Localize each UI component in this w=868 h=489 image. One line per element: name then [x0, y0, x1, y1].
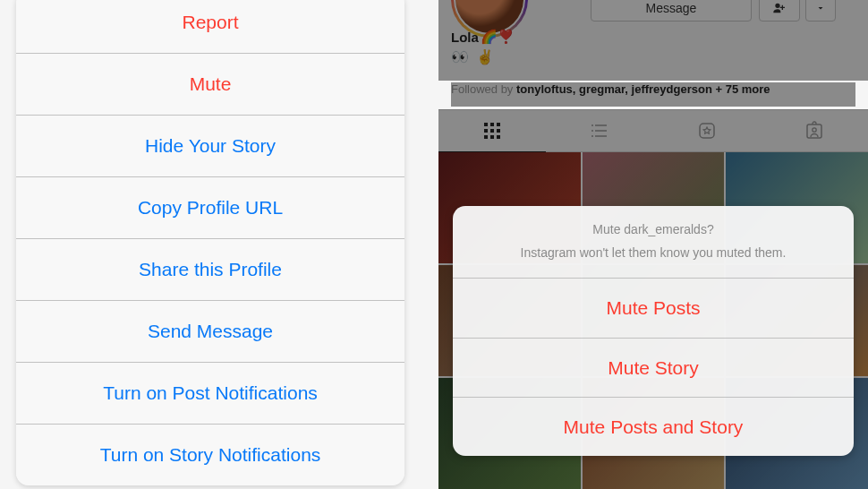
right-screenshot: Message Lola 🌈❣️ 👀 ✌️ Followed by tonylo… — [438, 0, 868, 489]
option-label: Mute Posts — [606, 297, 700, 319]
turn-on-post-notifications-option[interactable]: Turn on Post Notifications — [16, 362, 404, 424]
profile-options-action-sheet: Report Mute Hide Your Story Copy Profile… — [16, 0, 404, 485]
turn-on-story-notifications-option[interactable]: Turn on Story Notifications — [16, 424, 404, 485]
share-this-profile-option[interactable]: Share this Profile — [16, 238, 404, 300]
followed-by-line[interactable]: Followed by tonyloftus, gregmar, jeffrey… — [451, 82, 855, 107]
followed-prefix: Followed by — [451, 82, 516, 96]
profile-bio: Lola 🌈❣️ 👀 ✌️ — [451, 29, 855, 65]
grid-icon — [481, 120, 503, 142]
mute-story-option[interactable]: Mute Story — [453, 338, 854, 397]
mute-sheet-subtitle: Instagram won't let them know you muted … — [471, 245, 836, 260]
copy-profile-url-option[interactable]: Copy Profile URL — [16, 176, 404, 238]
option-label: Turn on Post Notifications — [103, 382, 318, 404]
tab-grid[interactable] — [438, 110, 546, 152]
report-option[interactable]: Report — [16, 0, 404, 53]
mute-posts-option[interactable]: Mute Posts — [453, 279, 854, 338]
list-icon — [589, 120, 610, 142]
option-label: Hide Your Story — [145, 135, 276, 157]
message-button[interactable]: Message — [591, 0, 752, 21]
option-label: Copy Profile URL — [138, 197, 283, 219]
message-button-label: Message — [646, 1, 697, 15]
svg-point-0 — [591, 124, 593, 126]
hide-your-story-option[interactable]: Hide Your Story — [16, 115, 404, 176]
svg-rect-3 — [700, 124, 714, 138]
tagged-icon — [804, 120, 825, 142]
name-emoji: 🌈❣️ — [481, 29, 515, 45]
option-label: Turn on Story Notifications — [100, 444, 321, 466]
add-user-icon — [772, 1, 787, 15]
option-label: Mute Posts and Story — [564, 416, 744, 438]
profile-header: Message Lola 🌈❣️ 👀 ✌️ — [438, 0, 868, 81]
mute-option[interactable]: Mute — [16, 53, 404, 115]
option-label: Mute — [190, 73, 232, 95]
bio-emoji-line: 👀 ✌️ — [451, 48, 855, 65]
svg-point-5 — [813, 128, 816, 132]
mute-posts-and-story-option[interactable]: Mute Posts and Story — [453, 397, 854, 456]
mute-sheet-title: Mute dark_emeralds? — [471, 222, 836, 236]
followed-names: tonyloftus, gregmar, jeffreydgerson — [516, 82, 712, 96]
tab-saved[interactable] — [653, 110, 761, 151]
display-name: Lola — [451, 30, 479, 45]
option-label: Share this Profile — [139, 259, 282, 280]
svg-rect-4 — [807, 124, 821, 138]
option-label: Report — [182, 12, 238, 33]
svg-point-1 — [591, 130, 593, 132]
tab-list[interactable] — [546, 110, 653, 151]
chevron-down-icon — [815, 3, 826, 13]
svg-point-2 — [591, 135, 593, 137]
suggest-user-button[interactable] — [759, 0, 800, 21]
star-badge-icon — [696, 120, 718, 142]
mute-action-sheet: Mute dark_emeralds? Instagram won't let … — [453, 206, 854, 456]
mute-sheet-header: Mute dark_emeralds? Instagram won't let … — [453, 206, 854, 279]
followed-suffix: + 75 more — [712, 82, 770, 96]
send-message-option[interactable]: Send Message — [16, 300, 404, 362]
profile-tabs — [438, 109, 868, 152]
tab-tagged[interactable] — [761, 110, 868, 151]
left-screenshot: Report Mute Hide Your Story Copy Profile… — [0, 0, 421, 489]
option-label: Mute Story — [608, 357, 699, 379]
option-label: Send Message — [148, 321, 273, 342]
dropdown-button[interactable] — [805, 0, 836, 21]
